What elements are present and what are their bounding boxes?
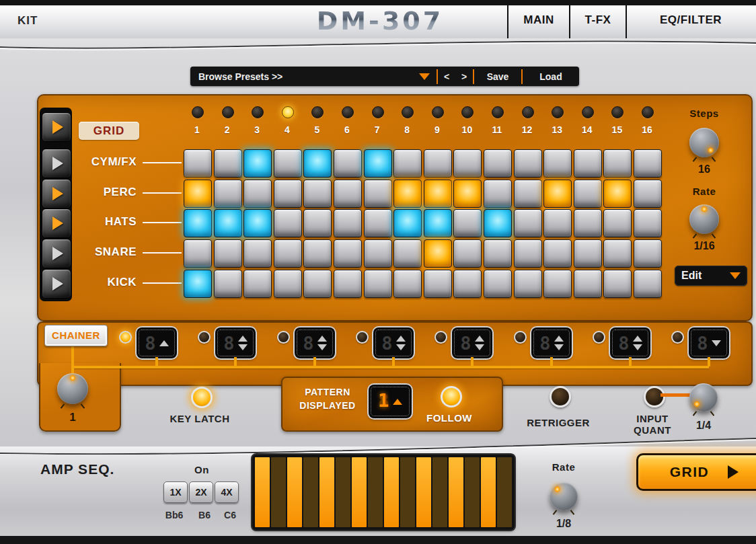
grid-cell-snare-2[interactable] [214, 239, 242, 268]
play-button-master[interactable] [42, 112, 71, 142]
amp-bar-7[interactable] [352, 457, 367, 527]
increment-arrow-icon[interactable] [475, 336, 484, 342]
grid-cell-snare-13[interactable] [543, 239, 572, 268]
increment-arrow-icon[interactable] [633, 336, 642, 342]
grid-cell-cymfx-10[interactable] [453, 149, 482, 178]
increment-arrow-icon[interactable] [238, 336, 248, 342]
chainer-display-3[interactable]: 8 [295, 327, 335, 358]
amp-bar-3[interactable] [287, 457, 302, 527]
chainer-display-7[interactable]: 8 [610, 327, 650, 358]
grid-cell-perc-1[interactable] [184, 180, 212, 208]
pattern-display[interactable]: 8 1 [369, 385, 412, 418]
prev-preset-button[interactable]: < [444, 71, 449, 82]
grid-cell-hats-15[interactable] [603, 209, 632, 237]
grid-cell-snare-16[interactable] [634, 239, 662, 268]
input-quant-led[interactable] [644, 386, 665, 407]
decrement-arrow-icon[interactable] [396, 344, 406, 350]
grid-cell-perc-15[interactable] [603, 180, 632, 208]
decrement-arrow-icon[interactable] [554, 344, 564, 350]
decrement-arrow-icon[interactable] [475, 344, 484, 350]
grid-cell-snare-7[interactable] [364, 239, 392, 268]
grid-cell-cymfx-15[interactable] [603, 149, 632, 178]
browse-presets-dropdown[interactable]: Browse Presets >> [190, 71, 437, 82]
grid-cell-hats-14[interactable] [574, 209, 602, 237]
grid-cell-cymfx-1[interactable] [184, 149, 212, 178]
amp-bar-11[interactable] [416, 457, 431, 527]
key-latch-led[interactable] [191, 387, 213, 408]
decrement-arrow-icon[interactable] [712, 340, 721, 346]
grid-cell-snare-14[interactable] [574, 239, 602, 268]
grid-cell-kick-7[interactable] [364, 270, 392, 298]
grid-cell-cymfx-11[interactable] [484, 149, 512, 178]
grid-cell-snare-8[interactable] [393, 239, 422, 268]
amp-bar-14[interactable] [465, 457, 480, 527]
grid-cell-cymfx-16[interactable] [634, 149, 662, 178]
grid-cell-kick-4[interactable] [274, 270, 302, 298]
follow-led[interactable] [441, 386, 462, 407]
tab-eq-filter[interactable]: EQ/FILTER [627, 13, 755, 27]
amp-1x-button[interactable]: 1X [163, 481, 188, 503]
amp-bar-2[interactable] [271, 457, 286, 527]
grid-cell-perc-16[interactable] [634, 180, 662, 208]
grid-cell-perc-10[interactable] [453, 180, 482, 208]
tab-main[interactable]: MAIN [508, 13, 569, 27]
grid-cell-kick-13[interactable] [543, 270, 572, 298]
grid-cell-cymfx-12[interactable] [514, 149, 542, 178]
grid-cell-hats-2[interactable] [214, 209, 242, 237]
grid-cell-kick-2[interactable] [214, 270, 242, 298]
grid-cell-kick-10[interactable] [453, 270, 482, 298]
increment-arrow-icon[interactable] [396, 336, 406, 342]
amp-bar-13[interactable] [449, 457, 463, 527]
grid-cell-cymfx-6[interactable] [334, 149, 362, 178]
grid-cell-hats-7[interactable] [364, 209, 392, 237]
grid-mode-label[interactable]: GRID [79, 122, 139, 140]
chainer-button[interactable]: CHAINER [44, 325, 108, 346]
amp-bar-4[interactable] [303, 457, 318, 527]
grid-cell-hats-10[interactable] [453, 209, 482, 237]
grid-cell-snare-10[interactable] [453, 239, 482, 268]
kit-tab[interactable]: KIT [17, 14, 65, 28]
grid-cell-cymfx-4[interactable] [274, 149, 302, 178]
grid-cell-hats-12[interactable] [514, 209, 542, 237]
chainer-display-2[interactable]: 8 [215, 327, 256, 358]
amp-rate-knob[interactable] [550, 482, 578, 510]
grid-cell-snare-15[interactable] [603, 239, 632, 268]
grid-cell-perc-13[interactable] [543, 180, 572, 208]
decrement-arrow-icon[interactable] [238, 344, 248, 350]
grid-cell-snare-3[interactable] [243, 239, 272, 268]
grid-cell-kick-14[interactable] [574, 270, 602, 298]
grid-cell-kick-5[interactable] [303, 270, 332, 298]
grid-cell-hats-11[interactable] [484, 209, 512, 237]
grid-cell-cymfx-7[interactable] [364, 149, 392, 178]
chainer-knob[interactable] [57, 373, 88, 404]
grid-cell-hats-8[interactable] [393, 209, 422, 237]
grid-cell-cymfx-3[interactable] [243, 149, 272, 178]
grid-cell-perc-8[interactable] [393, 180, 422, 208]
grid-cell-perc-5[interactable] [303, 180, 332, 208]
grid-cell-snare-11[interactable] [484, 239, 512, 268]
amp-bar-10[interactable] [400, 457, 415, 527]
load-button[interactable]: Load [523, 71, 579, 82]
grid-cell-hats-5[interactable] [303, 209, 332, 237]
grid-cell-hats-6[interactable] [334, 209, 362, 237]
grid-cell-cymfx-2[interactable] [214, 149, 242, 178]
grid-cell-kick-3[interactable] [243, 270, 272, 298]
grid-cell-snare-4[interactable] [274, 239, 302, 268]
increment-arrow-icon[interactable] [159, 340, 169, 346]
tab-tfx[interactable]: T-FX [570, 13, 626, 27]
grid-cell-perc-3[interactable] [243, 180, 272, 208]
edit-dropdown[interactable]: Edit [675, 266, 747, 286]
amp-bar-1[interactable] [255, 457, 270, 527]
chainer-display-8[interactable]: 8 [689, 327, 729, 358]
pattern-up-arrow-icon[interactable] [393, 399, 402, 405]
grid-cell-snare-9[interactable] [424, 239, 452, 268]
grid-cell-kick-9[interactable] [424, 270, 452, 298]
grid-cell-kick-11[interactable] [484, 270, 512, 298]
grid-cell-kick-8[interactable] [393, 270, 422, 298]
chainer-display-6[interactable]: 8 [531, 327, 572, 358]
grid-cell-cymfx-8[interactable] [393, 149, 422, 178]
amp-4x-button[interactable]: 4X [215, 481, 239, 503]
grid-cell-perc-9[interactable] [424, 180, 452, 208]
steps-knob[interactable] [689, 128, 719, 157]
amp-bar-8[interactable] [368, 457, 383, 527]
